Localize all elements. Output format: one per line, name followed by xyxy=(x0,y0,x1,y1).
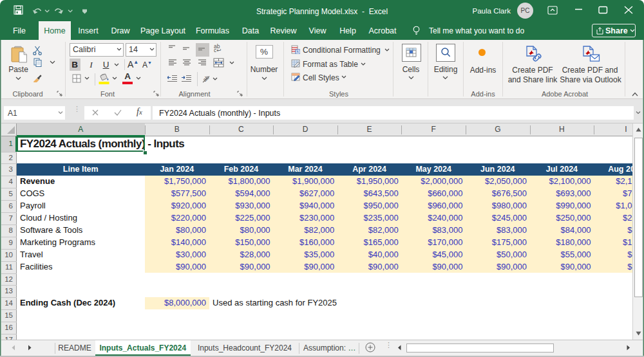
svg-text:ab: ab xyxy=(202,74,211,83)
